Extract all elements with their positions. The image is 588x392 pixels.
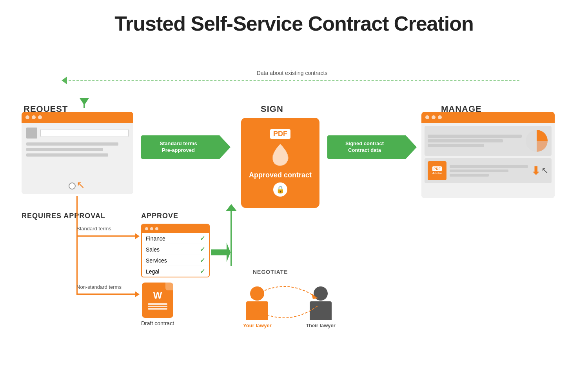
approve-label: APPROVE [141,212,178,220]
sales-check: ✓ [200,246,205,253]
legal-check: ✓ [200,268,205,275]
cursor-icon: ↖ [76,179,85,191]
their-lawyer-body [310,301,332,320]
sales-label: Sales [146,246,160,253]
pie-chart [525,129,548,153]
manage-browser-window: PDF Adobe ⬇ ↖ [421,112,555,198]
page-title: Trusted Self-Service Contract Creation [0,0,588,35]
mdot3 [438,115,442,119]
your-lawyer-head [250,286,264,301]
manage-content: PDF Adobe ⬇ ↖ [421,123,555,198]
mdot2 [432,115,436,119]
non-standard-terms-arrow-head [135,291,140,297]
your-lawyer-body [246,301,268,320]
requires-approval-label: REQUIRES APPROVAL [22,212,105,220]
word-doc-lines [145,303,170,310]
down-arrow-request [83,98,85,108]
non-standard-terms-label: Non-standard terms [76,284,122,290]
sign-label: SIGN [261,104,283,114]
request-content: ↖ [22,123,133,194]
download-icon: ⬇ [531,165,540,177]
pdf-badge: PDF [270,129,290,139]
up-arrow-to-pdf [226,204,237,211]
services-check: ✓ [200,257,205,264]
orange-nonstandard-h-line [76,294,135,295]
signed-contract-label: Signed contract Contract data [345,140,388,154]
request-browser-window: ↖ [22,112,133,194]
their-lawyer-head [314,286,328,301]
orange-standard-h-line [76,235,135,237]
manage-bottom-row: PDF Adobe ⬇ ↖ [425,158,552,183]
your-lawyer-person: Your lawyer [243,286,272,328]
cl-dot3 [155,227,158,230]
finance-label: Finance [146,235,165,242]
download-icon-container: ⬇ [531,164,540,177]
checklist-to-pdf-arrow [211,242,230,262]
standard-terms-label: Standard terms Pre-approved [160,140,201,154]
input-field [40,129,129,137]
their-lawyer-label: Their lawyer [306,323,336,328]
dot1 [25,115,29,119]
checklist-items: Finance ✓ Sales ✓ Services ✓ Legal ✓ [142,233,209,277]
dashed-arrow-left-head [62,77,67,84]
checklist-row-finance: Finance ✓ [142,233,209,244]
checklist-row-services: Services ✓ [142,255,209,266]
line3 [26,153,108,157]
approved-label: Approved contract [249,171,312,180]
dot3 [38,115,42,119]
cl-dot1 [145,227,148,230]
your-lawyer-label: Your lawyer [243,323,272,328]
signed-contract-arrow: Signed contract Contract data [327,135,406,159]
input-row [26,128,129,139]
checklist-row-sales: Sales ✓ [142,244,209,255]
standard-terms-arrow: Standard terms Pre-approved [141,135,220,159]
lock-icon: 🔒 [273,182,287,197]
standard-terms-arrow-head [135,233,140,239]
checklist-titlebar [142,224,209,233]
manage-pdf-icon: PDF Adobe [428,161,446,180]
word-icon: W [142,283,173,318]
orange-vertical-line [76,196,78,294]
manage-bottom-lines [450,165,528,177]
green-vertical-to-pdf [230,208,232,266]
negotiate-label: NEGOTIATE [253,269,288,275]
dashed-arrow-label: Data about existing contracts [257,70,328,76]
finance-check: ✓ [200,235,205,242]
mdot1 [425,115,429,119]
line2 [26,148,103,151]
grey-box [26,128,37,139]
services-label: Services [146,257,167,264]
dot2 [32,115,36,119]
checklist-row-legal: Legal ✓ [142,266,209,277]
cl-dot2 [150,227,153,230]
manage-lines [428,135,522,147]
standard-terms-req-label: Standard terms [76,226,111,232]
diagram-area: Data about existing contracts REQUEST [0,43,588,392]
word-icon-container: W Draft contract [141,283,174,326]
request-titlebar [22,112,133,123]
checklist-window: Finance ✓ Sales ✓ Services ✓ Legal ✓ [141,224,210,277]
legal-label: Legal [146,268,159,275]
manage-cursor-icon: ↖ [541,166,548,176]
pdf-approved-container: PDF Approved contract 🔒 [241,118,319,208]
draft-contract-label: Draft contract [141,320,174,326]
dashed-arrow-container: Data about existing contracts [61,67,523,98]
acrobat-icon [267,142,294,170]
dashed-line [65,80,519,81]
line1 [26,142,118,146]
manage-titlebar [421,112,555,123]
their-lawyer-person: Their lawyer [306,286,336,328]
manage-top-row [425,126,552,156]
